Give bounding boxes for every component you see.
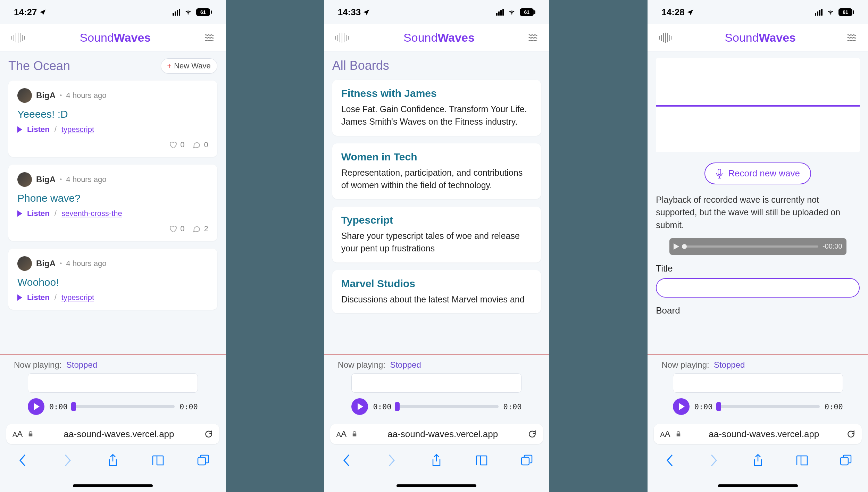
board-link[interactable]: typescript bbox=[61, 293, 94, 302]
reload-icon[interactable] bbox=[846, 430, 856, 439]
wave-card[interactable]: BigA • 4 hours ago Woohoo! Listen / type… bbox=[8, 249, 217, 310]
tabs-button[interactable] bbox=[839, 453, 853, 467]
board-card[interactable]: Marvel Studios Discussions about the lat… bbox=[332, 270, 541, 313]
wave-title[interactable]: Woohoo! bbox=[17, 276, 208, 288]
text-size-button[interactable]: AA bbox=[336, 429, 347, 439]
comment-button[interactable]: 2 bbox=[192, 224, 208, 233]
play-button[interactable] bbox=[28, 398, 44, 415]
comment-button[interactable]: 0 bbox=[192, 140, 208, 149]
avatar[interactable] bbox=[17, 256, 32, 271]
seek-thumb[interactable] bbox=[716, 402, 721, 411]
home-indicator[interactable] bbox=[397, 484, 476, 487]
wifi-icon bbox=[507, 9, 516, 16]
safari-bar: AA aa-sound-waves.vercel.app bbox=[0, 420, 226, 473]
avatar[interactable] bbox=[17, 172, 32, 187]
seek-thumb[interactable] bbox=[71, 402, 76, 411]
address-bar[interactable]: AA aa-sound-waves.vercel.app bbox=[654, 424, 862, 444]
board-desc: Representation, participation, and contr… bbox=[341, 166, 532, 192]
app-brand[interactable]: SoundWaves bbox=[80, 31, 151, 44]
board-title: Marvel Studios bbox=[341, 278, 532, 290]
audio-preview[interactable]: -00:00 bbox=[669, 238, 846, 255]
heart-icon bbox=[168, 225, 177, 233]
comment-icon bbox=[192, 225, 201, 233]
now-playing-label: Now playing: bbox=[661, 360, 709, 369]
board-link[interactable]: typescript bbox=[61, 125, 94, 134]
time-total: 0:00 bbox=[825, 402, 843, 411]
username[interactable]: BigA bbox=[36, 259, 56, 268]
reload-icon[interactable] bbox=[204, 430, 213, 439]
app-brand[interactable]: SoundWaves bbox=[403, 31, 475, 44]
wave-title[interactable]: Phone wave? bbox=[17, 192, 208, 204]
new-wave-button[interactable]: + New Wave bbox=[161, 58, 217, 74]
forward-button[interactable] bbox=[707, 453, 721, 467]
seek-slider[interactable] bbox=[718, 405, 820, 408]
app-header: SoundWaves bbox=[324, 24, 550, 51]
play-icon[interactable] bbox=[17, 210, 22, 217]
like-button[interactable]: 0 bbox=[168, 140, 184, 149]
bookmarks-button[interactable] bbox=[795, 453, 809, 467]
listen-button[interactable]: Listen bbox=[27, 209, 50, 218]
listen-button[interactable]: Listen bbox=[27, 125, 50, 134]
wave-card[interactable]: BigA • 4 hours ago Phone wave? Listen / … bbox=[8, 165, 217, 241]
board-link[interactable]: seventh-cross-the bbox=[61, 209, 122, 218]
tabs-button[interactable] bbox=[196, 453, 210, 467]
clock-time: 14:28 bbox=[661, 7, 685, 18]
listen-button[interactable]: Listen bbox=[27, 293, 50, 302]
wave-card[interactable]: BigA • 4 hours ago Yeeees! :D Listen / t… bbox=[8, 81, 217, 157]
like-button[interactable]: 0 bbox=[168, 224, 184, 233]
soundwave-icon[interactable] bbox=[658, 33, 673, 43]
home-indicator[interactable] bbox=[73, 484, 153, 487]
soundwave-icon[interactable] bbox=[334, 33, 350, 43]
heart-icon bbox=[168, 141, 177, 149]
tabs-button[interactable] bbox=[520, 453, 534, 467]
phone-screen-2: 14:33 61 SoundWaves All Boards Fitness w… bbox=[324, 0, 550, 492]
url-text: aa-sound-waves.vercel.app bbox=[362, 429, 523, 440]
location-arrow-icon bbox=[687, 9, 694, 16]
bookmarks-button[interactable] bbox=[475, 453, 489, 467]
wifi-icon bbox=[184, 9, 193, 16]
text-size-button[interactable]: AA bbox=[660, 429, 670, 439]
menu-waves-icon[interactable] bbox=[847, 34, 858, 42]
board-title: Typescript bbox=[341, 214, 532, 226]
address-bar[interactable]: AA aa-sound-waves.vercel.app bbox=[6, 424, 219, 444]
play-icon[interactable] bbox=[674, 243, 679, 250]
bookmarks-button[interactable] bbox=[151, 453, 165, 467]
forward-button[interactable] bbox=[61, 453, 75, 467]
forward-button[interactable] bbox=[385, 453, 399, 467]
play-icon[interactable] bbox=[17, 294, 22, 301]
microphone-icon bbox=[716, 169, 723, 178]
reload-icon[interactable] bbox=[528, 430, 537, 439]
app-brand[interactable]: SoundWaves bbox=[725, 31, 796, 44]
time-elapsed: 0:00 bbox=[373, 402, 391, 411]
share-button[interactable] bbox=[429, 453, 443, 467]
seek-thumb[interactable] bbox=[395, 402, 400, 411]
board-card[interactable]: Typescript Share your typescript tales o… bbox=[332, 207, 541, 262]
play-button[interactable] bbox=[673, 398, 690, 415]
play-button[interactable] bbox=[351, 398, 368, 415]
username[interactable]: BigA bbox=[36, 175, 56, 184]
menu-waves-icon[interactable] bbox=[528, 34, 539, 42]
title-input[interactable] bbox=[656, 278, 860, 298]
share-button[interactable] bbox=[106, 453, 120, 467]
avatar[interactable] bbox=[17, 88, 32, 103]
soundwave-icon[interactable] bbox=[10, 33, 26, 43]
comment-icon bbox=[192, 141, 201, 149]
menu-waves-icon[interactable] bbox=[205, 34, 215, 42]
board-card[interactable]: Fitness with James Lose Fat. Gain Confid… bbox=[332, 80, 541, 136]
board-card[interactable]: Women in Tech Representation, participat… bbox=[332, 143, 541, 199]
seek-slider[interactable] bbox=[73, 405, 175, 408]
record-button[interactable]: Record new wave bbox=[704, 162, 811, 184]
back-button[interactable] bbox=[663, 453, 677, 467]
text-size-button[interactable]: AA bbox=[12, 429, 23, 439]
now-playing-label: Now playing: bbox=[14, 360, 61, 369]
home-indicator[interactable] bbox=[718, 484, 798, 487]
wave-title[interactable]: Yeeees! :D bbox=[17, 108, 208, 120]
svg-rect-15 bbox=[521, 457, 529, 465]
play-icon[interactable] bbox=[17, 126, 22, 133]
back-button[interactable] bbox=[340, 453, 353, 467]
address-bar[interactable]: AA aa-sound-waves.vercel.app bbox=[330, 424, 543, 444]
seek-slider[interactable] bbox=[396, 405, 498, 408]
username[interactable]: BigA bbox=[36, 91, 56, 100]
back-button[interactable] bbox=[16, 453, 30, 467]
share-button[interactable] bbox=[751, 453, 765, 467]
